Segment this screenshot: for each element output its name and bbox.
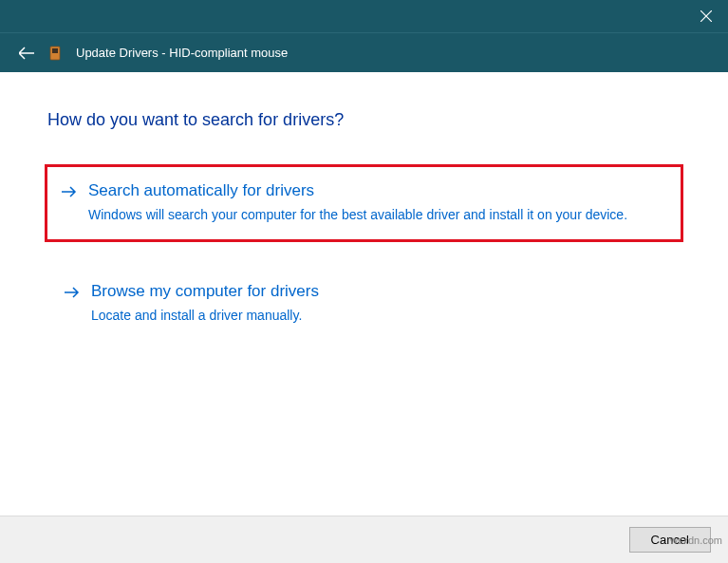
- watermark: wsxdn.com: [670, 535, 722, 546]
- option-body: Browse my computer for drivers Locate an…: [91, 282, 663, 326]
- option-search-automatically[interactable]: Search automatically for drivers Windows…: [45, 164, 683, 242]
- option-browse-manually[interactable]: Browse my computer for drivers Locate an…: [47, 265, 681, 343]
- svg-rect-3: [52, 48, 58, 53]
- wizard-header: Update Drivers - HID-compliant mouse: [0, 32, 728, 72]
- option-body: Search automatically for drivers Windows…: [88, 181, 666, 225]
- back-button[interactable]: [19, 47, 34, 60]
- content-area: How do you want to search for drivers? S…: [0, 72, 728, 516]
- option-title: Browse my computer for drivers: [91, 282, 663, 301]
- arrow-right-icon: [62, 185, 77, 225]
- footer: Cancel: [0, 516, 728, 563]
- back-arrow-icon: [19, 47, 34, 60]
- close-button[interactable]: [684, 0, 728, 32]
- arrow-right-icon: [65, 286, 80, 326]
- page-heading: How do you want to search for drivers?: [47, 110, 681, 130]
- titlebar: [0, 0, 728, 32]
- close-icon: [700, 10, 712, 22]
- device-icon: [47, 46, 63, 61]
- wizard-title: Update Drivers - HID-compliant mouse: [76, 46, 288, 60]
- option-description: Windows will search your computer for th…: [88, 206, 666, 225]
- option-description: Locate and install a driver manually.: [91, 307, 663, 326]
- option-title: Search automatically for drivers: [88, 181, 666, 200]
